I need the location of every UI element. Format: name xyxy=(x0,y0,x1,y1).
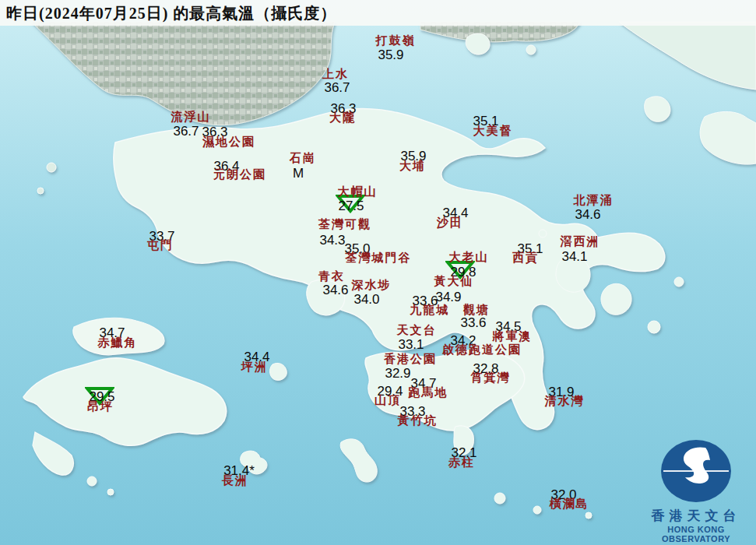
station-label: 黃竹坑 xyxy=(398,415,438,427)
station-value: M xyxy=(293,167,304,180)
station-label: 荃灣可觀 xyxy=(318,219,371,230)
station-label: 深水埗 xyxy=(352,280,392,291)
station-value: 33.1 xyxy=(398,338,424,351)
station-value: 34.3 xyxy=(319,234,345,247)
station-value: 36.7 xyxy=(324,81,350,94)
station-value: 33.6 xyxy=(460,316,486,329)
station-label: 元朗公園 xyxy=(213,169,266,181)
station-label: 打鼓嶺 xyxy=(376,35,416,47)
station-label: 昂坪 xyxy=(87,401,114,413)
station-label: 沙田 xyxy=(437,217,463,229)
station-label: 筲箕灣 xyxy=(471,372,511,384)
station-label: 赤鱲角 xyxy=(98,337,138,349)
station-label: 赤柱 xyxy=(448,457,475,469)
station-value: 34.6 xyxy=(575,208,600,221)
station-label: 大隴 xyxy=(329,112,356,124)
station-value: 34.6 xyxy=(322,283,348,297)
station-label: 清水灣 xyxy=(545,396,585,407)
station-label: 觀塘 xyxy=(463,304,490,316)
station-label: 大老山 xyxy=(449,251,489,263)
hko-logo: 香港天文台 HONG KONG OBSERVATORY xyxy=(638,438,754,543)
station-label: 上水 xyxy=(322,69,349,80)
station-value: 36.7 xyxy=(173,125,199,138)
hko-logo-chinese: 香港天文台 xyxy=(638,507,754,525)
station-label: 天文台 xyxy=(397,325,437,336)
station-label: 黃大仙 xyxy=(434,276,474,287)
station-label: 大帽山 xyxy=(338,186,378,198)
hko-logo-icon xyxy=(659,438,733,504)
station-label: 長洲 xyxy=(222,475,248,487)
station-label: 濕地公園 xyxy=(202,136,255,148)
station-value: 35.9 xyxy=(378,48,403,62)
station-label: 流浮山 xyxy=(171,111,211,123)
station-value: 32.9 xyxy=(385,367,410,380)
station-label: 將軍澳 xyxy=(493,331,533,343)
station-label: 跑馬地 xyxy=(409,387,448,399)
station-label: 西貢 xyxy=(512,252,539,264)
station-label: 石崗 xyxy=(290,153,316,164)
hko-temperature-map: 昨日(2024年07月25日) 的最高氣溫（攝氏度） 35.9打鼓嶺36.7上水… xyxy=(0,0,756,545)
station-value: 34.0 xyxy=(353,293,379,306)
station-label: 啟德跑道公園 xyxy=(442,344,522,356)
station-label: 香港公園 xyxy=(384,353,437,365)
station-value: 27.5 xyxy=(338,199,364,213)
station-label: 山頂 xyxy=(374,395,401,406)
station-label: 九龍城 xyxy=(410,304,450,316)
hko-logo-english: HONG KONG OBSERVATORY xyxy=(638,525,754,543)
station-label: 青衣 xyxy=(318,271,345,283)
station-label: 北潭涌 xyxy=(574,195,614,206)
station-label: 大埔 xyxy=(399,160,426,172)
station-label: 橫瀾島 xyxy=(550,498,589,510)
station-label: 坪洲 xyxy=(241,361,268,373)
station-label: 滘西洲 xyxy=(561,236,600,248)
station-value: 34.1 xyxy=(561,250,587,263)
station-label: 大美督 xyxy=(473,125,513,137)
station-label: 屯門 xyxy=(147,240,174,251)
station-label: 荃灣城門谷 xyxy=(346,252,412,264)
station-value: 34.9 xyxy=(435,290,461,304)
